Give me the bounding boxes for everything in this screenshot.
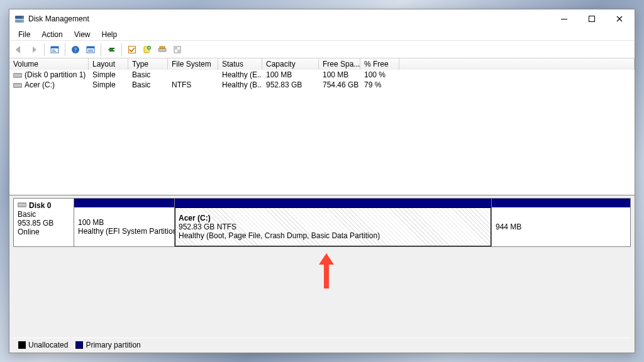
volume-icon [13,82,22,88]
svg-point-3 [22,21,23,22]
properties-icon[interactable] [170,43,184,57]
volume-pct: 79 % [360,80,399,90]
legend-primary: Primary partition [75,341,140,349]
svg-rect-7 [51,47,58,48]
partition-bar [492,199,630,207]
svg-rect-4 [561,19,567,19]
disk-type: Basic [18,210,70,219]
disk-row: Disk 0 Basic 953.85 GB Online 100 MB Hea… [13,198,631,247]
toolbar-separator [65,43,65,56]
app-icon [14,14,25,24]
volume-layout: Simple [89,80,128,90]
help-icon[interactable]: ? [69,43,82,57]
col-filesystem[interactable]: File System [168,58,218,70]
volume-free: 754.46 GB [319,80,360,90]
volume-row[interactable]: Acer (C:) Simple Basic NTFS Healthy (B..… [9,80,635,90]
settings-icon[interactable] [84,43,97,57]
column-headers: Volume Layout Type File System Status Ca… [9,58,635,70]
svg-rect-25 [174,47,177,50]
volume-list: Volume Layout Type File System Status Ca… [9,58,635,195]
svg-rect-27 [13,74,22,77]
minimize-button[interactable] [550,10,578,28]
volume-name: (Disk 0 partition 1) [25,70,86,79]
volume-fs: NTFS [168,80,218,90]
disk-partitions: 100 MB Healthy (EFI System Partition) Ac… [74,198,631,247]
partition-c[interactable]: Acer (C:) 952.83 GB NTFS Healthy (Boot, … [175,199,492,246]
svg-rect-17 [108,49,113,50]
col-capacity[interactable]: Capacity [262,58,319,70]
col-freespace[interactable]: Free Spa... [319,58,360,70]
close-button[interactable] [606,10,633,28]
partition-status: Healthy (Boot, Page File, Crash Dump, Ba… [179,231,487,240]
menu-action[interactable]: Action [36,29,67,40]
volume-name: Acer (C:) [25,80,55,89]
partition-size: 952.83 GB NTFS [179,222,487,231]
svg-rect-15 [88,51,93,52]
svg-rect-29 [18,203,26,207]
volume-type: Basic [128,70,168,80]
volume-cap: 952.83 GB [262,80,319,90]
legend-unallocated: Unallocated [18,341,68,349]
menu-help[interactable]: Help [97,29,123,40]
svg-rect-16 [109,48,114,49]
show-hide-tree-icon[interactable] [48,43,62,57]
svg-point-2 [22,17,23,18]
svg-rect-8 [52,50,55,50]
partition-size: 944 MB [496,222,626,231]
toolbar-separator [101,43,101,56]
disk-status: Online [18,228,70,236]
volume-fs [168,70,218,80]
partition-bar [74,199,174,207]
partition-bar [175,199,491,207]
menu-view[interactable]: View [69,29,96,40]
swatch-unallocated-icon [18,341,26,349]
col-blank [399,58,635,70]
back-icon[interactable] [12,43,26,57]
menu-file[interactable]: File [13,29,35,40]
partition-title: Acer (C:) [179,214,487,222]
svg-rect-22 [158,48,166,52]
volume-layout: Simple [89,70,128,80]
svg-rect-13 [87,47,94,48]
titlebar: Disk Management [9,9,635,28]
toolbar: ? [9,41,635,58]
forward-icon[interactable] [27,43,41,57]
toolbar-separator [44,43,45,56]
volume-icon [13,72,22,78]
volume-pct: 100 % [360,70,399,80]
svg-rect-26 [177,50,180,53]
format-icon[interactable] [155,43,169,57]
svg-rect-18 [109,50,114,52]
col-percent[interactable]: % Free [360,58,399,70]
col-layout[interactable]: Layout [89,58,128,70]
svg-rect-9 [52,51,56,52]
volume-cap: 100 MB [262,70,319,80]
legend: Unallocated Primary partition [13,337,631,351]
check-icon[interactable] [125,43,139,57]
disk-management-window: Disk Management File Action View Help ? [9,9,635,353]
volume-free: 100 MB [319,70,360,80]
svg-rect-23 [160,47,165,48]
svg-rect-5 [589,16,595,22]
svg-rect-14 [88,50,93,50]
disk-icon [18,201,26,210]
col-volume[interactable]: Volume [9,58,89,70]
volume-status: Healthy (E... [218,70,262,80]
partition-efi[interactable]: 100 MB Healthy (EFI System Partition) [74,199,175,246]
swatch-primary-icon [75,341,83,349]
maximize-button[interactable] [578,10,606,28]
volume-status: Healthy (B... [218,80,262,90]
col-status[interactable]: Status [218,58,262,70]
partition-status: Healthy (EFI System Partition) [78,227,170,236]
refresh-icon[interactable] [104,43,118,57]
partition-size: 100 MB [78,218,170,227]
disk-name: Disk 0 [29,201,51,210]
disk-size: 953.85 GB [18,219,70,228]
disk-header[interactable]: Disk 0 Basic 953.85 GB Online [13,198,74,247]
window-title: Disk Management [28,14,89,23]
volume-row[interactable]: (Disk 0 partition 1) Simple Basic Health… [9,70,635,80]
col-type[interactable]: Type [128,58,168,70]
svg-rect-28 [13,84,22,87]
partition-recovery[interactable]: 944 MB [492,199,630,246]
new-volume-icon[interactable] [140,43,154,57]
